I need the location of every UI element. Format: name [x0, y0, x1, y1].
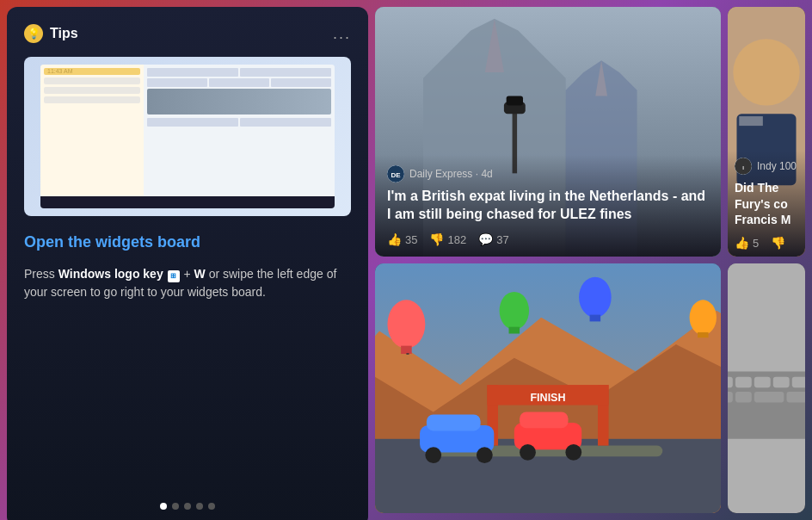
svg-text:DE: DE [391, 171, 401, 179]
screenshot-cell [147, 78, 207, 87]
screenshot-row [147, 68, 331, 77]
ulez-card-title: I'm a British expat living in the Nether… [387, 188, 709, 224]
screenshot-row [147, 78, 331, 87]
thumbs-up-icon: 👍 [387, 232, 402, 246]
fury-source-name: Indy 100 [757, 160, 797, 172]
comment-icon: 💬 [478, 232, 493, 246]
tips-link[interactable]: Open the widgets board [24, 233, 351, 251]
screenshot-sidebar-item [44, 68, 140, 75]
ulez-dislike-button[interactable]: 👎 182 [429, 232, 466, 246]
ulez-source-name: Daily Express · 4d [409, 168, 493, 180]
fury-like-button[interactable]: 👍 5 [735, 236, 759, 250]
news-card-ulez[interactable]: DE Daily Express · 4d I'm a British expa… [375, 7, 721, 257]
forza-background: FINISH [375, 263, 721, 513]
svg-point-12 [733, 39, 799, 105]
forza-scene-svg: FINISH [375, 263, 721, 513]
news-top-row: DE Daily Express · 4d I'm a British expa… [375, 7, 805, 257]
svg-rect-49 [792, 377, 805, 388]
tips-description: Press Windows logo key ⊞ + W or swipe th… [24, 265, 351, 301]
tips-widget: 💡 Tips ... 11:43 AM [7, 7, 368, 520]
fury-card-actions: 👍 5 👎 [735, 236, 798, 250]
fury-dislike-button[interactable]: 👎 [771, 236, 785, 250]
dot-4[interactable] [196, 503, 203, 510]
fury-thumbs-up-icon: 👍 [735, 236, 749, 250]
screenshot-cell [271, 78, 331, 87]
svg-rect-45 [728, 377, 733, 388]
tips-header-left: 💡 Tips [24, 24, 78, 43]
dot-1[interactable] [160, 503, 167, 510]
screenshot-mockup: 11:43 AM [40, 65, 335, 208]
ulez-source-avatar: DE [387, 165, 404, 183]
svg-rect-38 [509, 327, 520, 334]
ulez-dislikes-count: 182 [447, 233, 466, 246]
dot-5[interactable] [208, 503, 215, 510]
fury-thumbs-down-icon: 👎 [771, 236, 785, 250]
tips-windows-key-label: Windows logo key ⊞ [58, 267, 181, 281]
ulez-source-label: Daily Express [409, 168, 472, 180]
screenshot-main [144, 65, 335, 196]
svg-point-34 [387, 300, 425, 348]
windows-key-icon: ⊞ [168, 270, 180, 282]
screenshot-sidebar-item [44, 96, 140, 103]
svg-rect-14 [739, 116, 763, 126]
ulez-likes-count: 35 [405, 233, 417, 246]
fury-likes-count: 5 [753, 237, 759, 250]
svg-point-28 [425, 447, 441, 463]
svg-rect-31 [520, 412, 568, 428]
screenshot-row [147, 118, 331, 127]
svg-rect-27 [427, 415, 481, 431]
svg-rect-8 [507, 96, 523, 106]
svg-rect-42 [698, 332, 709, 337]
svg-rect-53 [787, 392, 805, 403]
svg-rect-40 [590, 315, 601, 322]
tips-icon: 💡 [24, 24, 43, 43]
tips-dots [24, 489, 351, 510]
news-panels: DE Daily Express · 4d I'm a British expa… [368, 0, 812, 520]
screenshot-cell [209, 78, 269, 87]
svg-rect-46 [735, 377, 752, 388]
dot-2[interactable] [172, 503, 179, 510]
screenshot-cell [240, 118, 331, 127]
svg-rect-50 [728, 392, 733, 403]
svg-point-41 [690, 300, 717, 335]
screenshot-taskbar [40, 196, 335, 208]
svg-text:FINISH: FINISH [530, 392, 565, 404]
svg-point-33 [565, 444, 581, 461]
fury-source-avatar: I [735, 158, 752, 175]
dot-3[interactable] [184, 503, 191, 510]
svg-rect-35 [401, 346, 412, 354]
ulez-time-value: 4d [481, 168, 492, 180]
news-card-forza[interactable]: FINISH [375, 263, 721, 513]
ulez-comments-count: 37 [496, 233, 508, 246]
ulez-card-content: DE Daily Express · 4d I'm a British expa… [375, 155, 721, 257]
screenshot-cell [147, 118, 238, 127]
screenshot-cell [147, 68, 238, 77]
ulez-source-logo: DE [387, 165, 404, 183]
svg-point-29 [477, 447, 493, 463]
screenshot-content [40, 65, 335, 196]
tips-screenshot: 11:43 AM [24, 57, 351, 216]
svg-rect-47 [754, 377, 771, 388]
ulez-card-source: DE Daily Express · 4d [387, 165, 709, 183]
screenshot-img [147, 89, 331, 115]
tips-more-button[interactable]: ... [333, 25, 351, 43]
partial-scene-svg [728, 263, 805, 513]
svg-point-39 [579, 277, 612, 318]
screenshot-sidebar-item [44, 87, 140, 94]
tips-desc-text1: Press [24, 267, 58, 281]
partial-background [728, 263, 805, 513]
news-card-partial[interactable] [728, 263, 805, 513]
ulez-like-button[interactable]: 👍 35 [387, 232, 417, 246]
tips-title: Tips [50, 26, 78, 41]
screenshot-sidebar [40, 65, 144, 196]
svg-rect-48 [773, 377, 790, 388]
tips-header: 💡 Tips ... [24, 24, 351, 43]
svg-rect-52 [754, 392, 784, 403]
fury-card-title: Did The Fury's co Francis M [735, 180, 798, 227]
screenshot-sidebar-item [44, 77, 140, 84]
fury-source-logo: I [735, 158, 752, 175]
ulez-comment-button[interactable]: 💬 37 [478, 232, 508, 246]
news-bottom-row: FINISH [375, 263, 805, 513]
news-card-fury[interactable]: I Indy 100 Did The Fury's co Francis M 👍… [728, 7, 805, 257]
fury-card-content: I Indy 100 Did The Fury's co Francis M 👍… [728, 151, 805, 257]
